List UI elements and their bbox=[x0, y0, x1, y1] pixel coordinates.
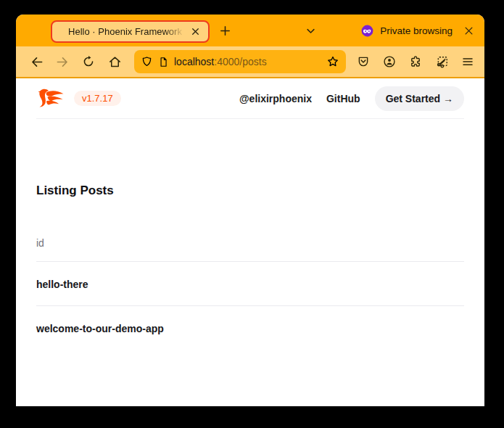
tab-close-icon[interactable] bbox=[188, 25, 202, 39]
link-elixirphoenix[interactable]: @elixirphoenix bbox=[239, 93, 312, 104]
browser-window: Hello · Phoenix Framework Private browsi… bbox=[16, 15, 484, 406]
forward-button[interactable] bbox=[52, 52, 73, 72]
page-content: v1.7.17 @elixirphoenix GitHub Get Starte… bbox=[16, 78, 484, 405]
reload-button[interactable] bbox=[78, 52, 99, 72]
site-header: v1.7.17 @elixirphoenix GitHub Get Starte… bbox=[36, 78, 464, 119]
pocket-icon[interactable] bbox=[353, 52, 373, 72]
private-mask-icon bbox=[360, 24, 374, 38]
tab-strip: Hello · Phoenix Framework Private browsi… bbox=[16, 15, 484, 46]
back-button[interactable] bbox=[26, 52, 46, 72]
address-bar[interactable]: localhost:4000/posts bbox=[134, 50, 346, 73]
link-github[interactable]: GitHub bbox=[326, 93, 360, 104]
url-path: :4000/posts bbox=[214, 56, 266, 67]
table-row[interactable]: hello-there bbox=[36, 262, 464, 306]
url-text[interactable]: localhost:4000/posts bbox=[174, 56, 321, 67]
get-started-button[interactable]: Get Started → bbox=[375, 86, 464, 111]
navigation-toolbar: localhost:4000/posts bbox=[16, 46, 484, 78]
url-host: localhost bbox=[174, 56, 214, 67]
extensions-puzzle-icon[interactable] bbox=[405, 52, 426, 72]
tab-hello-phoenix[interactable]: Hello · Phoenix Framework bbox=[51, 20, 210, 43]
private-browsing-label: Private browsing bbox=[380, 25, 453, 36]
brand[interactable]: v1.7.17 bbox=[36, 87, 121, 110]
version-badge: v1.7.17 bbox=[74, 91, 121, 106]
phoenix-logo-icon[interactable] bbox=[36, 87, 65, 110]
menu-hamburger-icon[interactable] bbox=[458, 52, 478, 72]
post-id-cell[interactable]: welcome-to-our-demo-app bbox=[36, 323, 164, 334]
page-title: Listing Posts bbox=[36, 119, 464, 198]
window-close-button[interactable] bbox=[458, 20, 479, 41]
home-button[interactable] bbox=[104, 52, 125, 72]
toolbar-right-icons bbox=[353, 52, 478, 72]
account-icon[interactable] bbox=[379, 52, 400, 72]
post-id-cell[interactable]: hello-there bbox=[36, 279, 88, 290]
main-area: Listing Posts id hello-there welcome-to-… bbox=[36, 119, 464, 350]
tab-title: Hello · Phoenix Framework bbox=[62, 26, 188, 37]
header-nav: @elixirphoenix GitHub Get Started → bbox=[239, 86, 464, 111]
tracking-shield-icon[interactable] bbox=[141, 56, 153, 68]
table-column-header-id: id bbox=[36, 237, 464, 262]
screenshot-icon[interactable] bbox=[431, 52, 452, 72]
new-tab-button[interactable] bbox=[215, 20, 235, 41]
table-row[interactable]: welcome-to-our-demo-app bbox=[36, 306, 464, 350]
page-info-icon[interactable] bbox=[158, 57, 169, 67]
list-all-tabs-button[interactable] bbox=[300, 20, 321, 41]
bookmark-star-icon[interactable] bbox=[326, 55, 339, 68]
private-browsing-indicator: Private browsing bbox=[360, 15, 453, 46]
